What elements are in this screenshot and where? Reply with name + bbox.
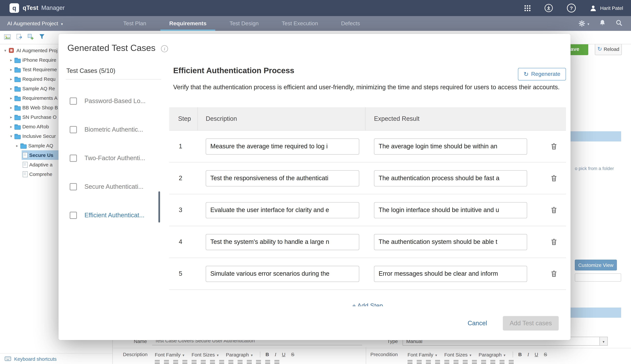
tree-expand-icon[interactable]	[9, 86, 14, 91]
test-case-checkbox[interactable]	[70, 212, 77, 219]
editor-toolbar-icon[interactable]	[435, 360, 440, 364]
nav-tab[interactable]: Defects	[332, 16, 369, 31]
editor-toolbar-icon[interactable]	[238, 360, 243, 364]
editor-toolbar-icon[interactable]	[500, 360, 504, 364]
scrollbar-thumb[interactable]	[158, 191, 160, 222]
editor-dropdown[interactable]: Paragraph	[479, 352, 505, 357]
step-description-input[interactable]	[206, 170, 359, 186]
editor-toolbar-icon[interactable]	[219, 360, 224, 364]
editor-toolbar-icon[interactable]	[164, 360, 169, 364]
editor-toolbar-icon[interactable]	[417, 360, 422, 364]
add-test-cases-button[interactable]: Add Test cases	[503, 316, 559, 330]
editor-toolbar-icon[interactable]	[201, 360, 206, 364]
editor-toolbar-icon[interactable]	[182, 360, 187, 364]
step-expected-input[interactable]	[374, 234, 527, 250]
tree-expand-icon[interactable]	[15, 143, 20, 148]
editor-toolbar-icon[interactable]	[173, 360, 178, 364]
snapshot-icon[interactable]	[4, 34, 11, 41]
delete-step-icon[interactable]	[550, 270, 557, 278]
editor-toolbar-icon[interactable]	[444, 360, 449, 364]
test-case-checkbox[interactable]	[70, 97, 77, 104]
test-case-item[interactable]: Efficient Authenticat...	[59, 201, 161, 230]
tree-expand-icon[interactable]	[9, 67, 14, 72]
test-case-checkbox[interactable]	[70, 126, 77, 133]
editor-toolbar-icon[interactable]	[210, 360, 215, 364]
editor-dropdown[interactable]: Paragraph	[226, 352, 253, 357]
editor-toolbar-icon[interactable]	[229, 360, 233, 364]
editor-format-button[interactable]: S	[544, 352, 547, 357]
delete-step-icon[interactable]	[550, 238, 557, 246]
editor-format-button[interactable]: I	[527, 352, 529, 357]
import-icon[interactable]	[16, 34, 22, 41]
filter-funnel-icon[interactable]	[39, 34, 45, 41]
nav-tab[interactable]: Requirements	[160, 16, 216, 31]
editor-toolbar-icon[interactable]	[247, 360, 252, 364]
tree-expand-icon[interactable]	[9, 96, 14, 100]
delete-step-icon[interactable]	[550, 174, 557, 182]
editor-format-button[interactable]: U	[535, 352, 538, 357]
customize-view-button[interactable]: Customize View	[575, 260, 617, 270]
delete-step-icon[interactable]	[550, 206, 557, 214]
editor-toolbar-icon[interactable]	[407, 360, 412, 364]
step-description-input[interactable]	[206, 234, 359, 250]
tree-expand-icon[interactable]	[9, 58, 14, 62]
editor-toolbar-icon[interactable]	[509, 360, 514, 364]
tree-expand-icon[interactable]	[9, 124, 14, 129]
editor-toolbar-icon[interactable]	[274, 360, 279, 364]
settings-menu[interactable]	[579, 20, 589, 27]
right-panel-field[interactable]	[575, 274, 621, 282]
editor-toolbar-icon[interactable]	[426, 360, 431, 364]
test-case-item[interactable]: Secure Authenticati...	[59, 172, 161, 201]
cancel-button[interactable]: Cancel	[468, 320, 487, 327]
delete-step-icon[interactable]	[550, 142, 557, 150]
editor-toolbar-icon[interactable]	[481, 360, 486, 364]
nav-tab[interactable]: Test Execution	[273, 16, 327, 31]
help-icon[interactable]: ?	[567, 4, 576, 12]
test-case-checkbox[interactable]	[70, 183, 77, 190]
tree-expand-icon[interactable]	[9, 115, 14, 119]
tree-expand-icon[interactable]	[9, 134, 14, 138]
notifications-bell-icon[interactable]	[599, 19, 606, 28]
add-step-button[interactable]: + Add Step	[169, 302, 566, 306]
editor-toolbar-icon[interactable]	[155, 360, 160, 364]
editor-toolbar-icon[interactable]	[265, 360, 270, 364]
user-menu[interactable]: Harit Patel	[590, 4, 623, 12]
editor-dropdown[interactable]: Font Family	[155, 352, 184, 357]
download-icon[interactable]	[544, 4, 553, 12]
step-expected-input[interactable]	[374, 138, 527, 154]
project-selector[interactable]: AI Augmented Project	[7, 16, 63, 31]
step-expected-input[interactable]	[374, 170, 527, 186]
editor-dropdown[interactable]: Font Family	[407, 352, 437, 357]
editor-format-button[interactable]: B	[518, 352, 522, 357]
editor-toolbar-icon[interactable]	[490, 360, 495, 364]
editor-toolbar-icon[interactable]	[463, 360, 468, 364]
tree-expand-icon[interactable]	[9, 77, 14, 81]
editor-format-button[interactable]: B	[266, 352, 269, 357]
editor-toolbar-icon[interactable]	[454, 360, 459, 364]
editor-format-button[interactable]: U	[282, 352, 285, 357]
test-case-item[interactable]: Password-Based Lo...	[59, 87, 161, 115]
add-item-icon[interactable]	[28, 34, 34, 41]
editor-format-button[interactable]: S	[291, 352, 294, 357]
editor-dropdown[interactable]: Font Sizes	[444, 352, 472, 357]
regenerate-button[interactable]: ↻ Regenerate	[518, 68, 566, 80]
nav-tab[interactable]: Test Design	[221, 16, 268, 31]
test-case-item[interactable]: Biometric Authentic...	[59, 115, 161, 144]
info-icon[interactable]: i	[161, 45, 168, 52]
step-description-input[interactable]	[206, 138, 359, 154]
step-description-input[interactable]	[206, 266, 359, 282]
editor-toolbar-icon[interactable]	[472, 360, 477, 364]
editor-toolbar-icon[interactable]	[191, 360, 196, 364]
test-case-item[interactable]: Two-Factor Authenti...	[59, 144, 161, 172]
tree-expand-icon[interactable]	[3, 48, 8, 53]
reload-button[interactable]: ↻ Reload	[595, 43, 622, 55]
keyboard-shortcuts-link[interactable]: Keyboard shortcuts	[14, 356, 57, 362]
tree-expand-icon[interactable]	[9, 105, 14, 110]
editor-toolbar-icon[interactable]	[256, 360, 261, 364]
chevron-down-icon[interactable]	[599, 337, 607, 345]
nav-tab[interactable]: Test Plan	[114, 16, 155, 31]
search-icon[interactable]	[615, 19, 622, 28]
step-expected-input[interactable]	[374, 266, 527, 282]
pick-from-folder-link[interactable]: o pick from a folder	[575, 166, 614, 171]
step-expected-input[interactable]	[374, 202, 527, 218]
